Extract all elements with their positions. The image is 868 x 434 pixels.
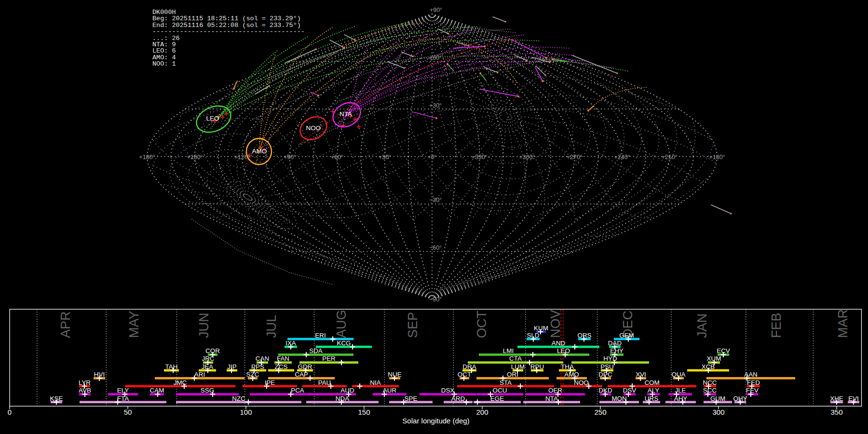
svg-text:JEA: JEA xyxy=(202,363,214,370)
svg-text:JUL: JUL xyxy=(264,315,279,338)
svg-text:KSE: KSE xyxy=(50,395,63,402)
svg-text:ERI: ERI xyxy=(315,332,326,339)
svg-text:−30°: −30° xyxy=(429,197,442,203)
svg-text:QUA: QUA xyxy=(671,371,685,378)
svg-text:CTA: CTA xyxy=(509,355,522,362)
svg-text:+0°: +0° xyxy=(427,154,436,161)
svg-text:AMO: AMO xyxy=(564,371,579,378)
svg-text:CAN: CAN xyxy=(256,355,269,362)
svg-text:250: 250 xyxy=(594,408,606,416)
svg-text:AND: AND xyxy=(552,339,566,347)
svg-text:MAY: MAY xyxy=(127,311,141,338)
svg-text:+240°: +240° xyxy=(614,154,630,161)
svg-text:+300°: +300° xyxy=(519,154,535,161)
svg-text:NTA: NTA xyxy=(339,110,352,118)
svg-text:+30°: +30° xyxy=(379,154,391,161)
svg-text:200: 200 xyxy=(476,408,488,416)
svg-text:+270°: +270° xyxy=(566,154,582,161)
svg-text:+180°: +180° xyxy=(709,154,725,161)
svg-text:GUM: GUM xyxy=(710,395,725,402)
svg-text:HYD: HYD xyxy=(603,355,617,362)
svg-text:AUR: AUR xyxy=(383,387,397,394)
svg-text:GDR: GDR xyxy=(298,363,312,370)
svg-text:DAD: DAD xyxy=(608,339,622,347)
svg-text:LMI: LMI xyxy=(503,347,514,354)
svg-text:SDA: SDA xyxy=(309,347,323,354)
svg-text:OHY: OHY xyxy=(733,395,747,402)
svg-text:JMC: JMC xyxy=(174,379,187,386)
svg-text:JUN: JUN xyxy=(197,313,211,339)
svg-text:ZCS: ZCS xyxy=(275,363,288,370)
svg-text:PSU: PSU xyxy=(600,363,614,370)
svg-text:FEB: FEB xyxy=(769,312,784,338)
svg-text:ARD: ARD xyxy=(451,395,465,402)
svg-text:+30°: +30° xyxy=(429,102,442,109)
svg-text:350: 350 xyxy=(830,408,842,416)
svg-text:COM: COM xyxy=(644,379,659,386)
svg-text:300: 300 xyxy=(712,408,724,416)
svg-text:KUM: KUM xyxy=(534,325,548,332)
svg-text:ALY: ALY xyxy=(648,387,659,394)
svg-text:LUM: LUM xyxy=(511,363,525,370)
svg-text:NOO: 1: NOO: 1 xyxy=(152,60,176,68)
svg-text:FEV: FEV xyxy=(746,387,759,394)
svg-text:NDA: NDA xyxy=(336,395,349,402)
svg-text:XUM: XUM xyxy=(707,355,721,362)
svg-text:CAM: CAM xyxy=(150,387,164,394)
svg-text:XCB: XCB xyxy=(702,363,715,370)
svg-text:NOV: NOV xyxy=(548,310,563,338)
svg-text:ECV: ECV xyxy=(717,347,730,354)
svg-text:NCC: NCC xyxy=(703,379,717,386)
svg-text:ORI: ORI xyxy=(507,371,518,378)
svg-text:50: 50 xyxy=(124,408,132,416)
svg-text:URS: URS xyxy=(645,395,658,402)
svg-text:ELY: ELY xyxy=(117,387,129,394)
svg-text:−90°: −90° xyxy=(429,296,442,303)
svg-text:PPS: PPS xyxy=(251,363,264,370)
svg-text:OCU: OCU xyxy=(493,387,507,394)
svg-text:EHY: EHY xyxy=(610,347,624,354)
svg-text:APR: APR xyxy=(58,311,73,338)
svg-text:PCA: PCA xyxy=(291,387,304,394)
svg-text:FTA: FTA xyxy=(117,395,129,402)
svg-text:0: 0 xyxy=(8,408,12,416)
svg-text:OER: OER xyxy=(548,387,562,394)
svg-text:OCT: OCT xyxy=(475,311,489,338)
svg-text:XVI: XVI xyxy=(636,371,646,378)
svg-text:JRC: JRC xyxy=(202,355,214,362)
svg-text:OCT: OCT xyxy=(458,371,471,378)
svg-text:THA: THA xyxy=(561,363,574,370)
svg-text:AHY: AHY xyxy=(674,395,688,402)
svg-text:XHE: XHE xyxy=(830,395,843,402)
svg-text:SCC: SCC xyxy=(703,387,717,394)
svg-text:DKD: DKD xyxy=(598,387,612,394)
svg-text:NUE: NUE xyxy=(388,371,401,378)
svg-text:IPE: IPE xyxy=(265,379,275,386)
svg-text:TAH: TAH xyxy=(165,363,178,370)
svg-text:FAN: FAN xyxy=(277,355,289,362)
svg-text:AUG: AUG xyxy=(334,310,349,338)
svg-text:NOO: NOO xyxy=(306,124,321,132)
svg-text:GEM: GEM xyxy=(619,332,634,339)
svg-text:NTA: NTA xyxy=(545,395,558,402)
svg-text:NZC: NZC xyxy=(232,395,245,402)
svg-text:+90°: +90° xyxy=(430,7,442,14)
svg-text:150: 150 xyxy=(358,408,370,416)
svg-text:Solar longitude (deg): Solar longitude (deg) xyxy=(402,417,469,425)
svg-text:SEP: SEP xyxy=(406,312,420,338)
svg-text:−60°: −60° xyxy=(429,244,442,251)
svg-text:ARI: ARI xyxy=(194,371,205,378)
svg-text:MAR: MAR xyxy=(836,309,850,338)
svg-text:KCG: KCG xyxy=(337,339,351,347)
svg-text:EGE: EGE xyxy=(490,395,504,402)
svg-text:+150°: +150° xyxy=(187,154,203,161)
svg-text:+330°: +330° xyxy=(471,154,487,161)
svg-text:MON: MON xyxy=(611,395,626,402)
svg-text:ORS: ORS xyxy=(577,332,591,339)
svg-text:AAN: AAN xyxy=(744,371,758,378)
svg-text:SSG: SSG xyxy=(201,387,214,394)
svg-text:RPU: RPU xyxy=(530,363,544,370)
svg-text:DPC: DPC xyxy=(598,371,612,378)
svg-text:+90°: +90° xyxy=(284,154,296,161)
svg-text:DSV: DSV xyxy=(623,387,637,394)
